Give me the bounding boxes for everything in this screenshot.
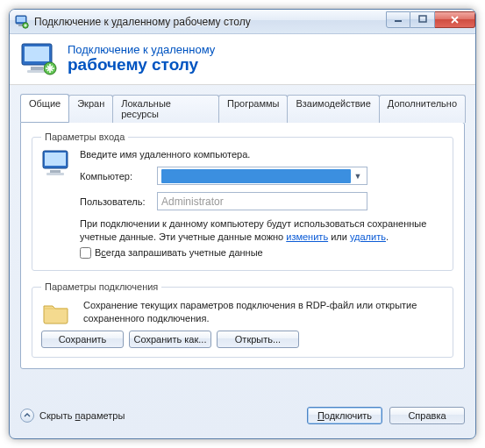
maximize-button[interactable] xyxy=(410,11,435,28)
computer-value xyxy=(161,169,351,183)
tabstrip: Общие Экран Локальные ресурсы Программы … xyxy=(20,94,465,122)
credentials-note: При подключении к данному компьютеру буд… xyxy=(80,217,444,261)
tab-advanced[interactable]: Дополнительно xyxy=(379,95,466,123)
footer: Скрыть параметры Подключить Справка xyxy=(20,403,465,428)
connection-buttons: Сохранить Сохранить как... Открыть... xyxy=(41,331,76,348)
banner: Подключение к удаленному рабочему столу xyxy=(10,34,475,85)
link-delete-credentials[interactable]: удалить xyxy=(350,231,386,242)
connect-text-1: П xyxy=(317,410,325,421)
svg-rect-12 xyxy=(45,153,66,166)
svg-rect-14 xyxy=(46,173,64,175)
app-icon xyxy=(15,15,29,29)
svg-rect-5 xyxy=(419,16,426,22)
toggle-parameters[interactable]: Скрыть параметры xyxy=(20,409,125,423)
user-label: Пользователь: xyxy=(80,196,153,207)
computer-label: Компьютер: xyxy=(80,171,153,181)
minimize-button[interactable] xyxy=(386,11,410,28)
save-as-button[interactable]: Сохранить как... xyxy=(129,331,211,348)
connection-desc: Сохранение текущих параметров подключени… xyxy=(83,299,444,325)
titlebar[interactable]: Подключение к удаленному рабочему столу xyxy=(10,10,475,34)
svg-rect-8 xyxy=(31,67,43,70)
close-button[interactable] xyxy=(435,11,475,28)
always-ask-checkbox-label[interactable]: Всегда запрашивать учетные данные xyxy=(80,246,263,260)
computer-icon xyxy=(41,149,76,179)
open-button[interactable]: Открыть... xyxy=(217,331,299,348)
chevron-up-icon xyxy=(20,409,34,423)
connect-text-2: одключить xyxy=(325,410,372,421)
login-group-title: Параметры входа xyxy=(41,132,128,142)
save-button[interactable]: Сохранить xyxy=(41,331,124,348)
computer-input[interactable]: ▼ xyxy=(157,167,367,185)
note-text-2: или xyxy=(328,231,350,242)
svg-rect-7 xyxy=(25,46,49,61)
connection-group: Параметры подключения Сохранение текущих… xyxy=(32,281,453,358)
login-group: Параметры входа Введите имя удаленного к… xyxy=(32,132,453,271)
link-edit-credentials[interactable]: изменить xyxy=(286,231,328,242)
user-input[interactable] xyxy=(157,192,367,210)
note-text-3: . xyxy=(386,231,389,242)
tab-general[interactable]: Общие xyxy=(20,94,69,122)
help-button[interactable]: Справка xyxy=(389,407,465,424)
svg-rect-13 xyxy=(50,170,61,173)
svg-rect-1 xyxy=(17,17,25,22)
rdp-monitor-icon xyxy=(20,42,59,77)
login-intro: Введите имя удаленного компьютера. xyxy=(80,149,444,160)
toggle-text-1: Скрыть xyxy=(39,410,75,421)
banner-line-2: рабочему столу xyxy=(68,56,215,75)
window-title: Подключение к удаленному рабочему столу xyxy=(34,16,386,28)
svg-rect-4 xyxy=(395,20,402,22)
toggle-text-3: араметры xyxy=(81,410,125,421)
tab-programs[interactable]: Программы xyxy=(218,95,288,123)
tab-local-resources[interactable]: Локальные ресурсы xyxy=(112,95,219,123)
always-ask-checkbox[interactable] xyxy=(80,247,91,259)
tab-display[interactable]: Экран xyxy=(68,95,113,123)
body: Общие Экран Локальные ресурсы Программы … xyxy=(10,85,475,378)
svg-rect-9 xyxy=(27,70,46,73)
connection-group-title: Параметры подключения xyxy=(41,281,161,292)
window-buttons xyxy=(386,11,475,29)
tab-experience[interactable]: Взаимодействие xyxy=(287,95,379,123)
folder-icon xyxy=(41,299,76,325)
tab-page-general: Параметры входа Введите имя удаленного к… xyxy=(20,122,465,369)
banner-line-1: Подключение к удаленному xyxy=(68,44,215,56)
chk-text-3: егда запрашивать учетные данные xyxy=(106,247,263,258)
rdp-window: Подключение к удаленному рабочему столу xyxy=(9,9,476,439)
connect-button[interactable]: Подключить xyxy=(307,407,382,424)
chevron-down-icon[interactable]: ▼ xyxy=(351,172,365,181)
banner-text: Подключение к удаленному рабочему столу xyxy=(68,44,215,75)
